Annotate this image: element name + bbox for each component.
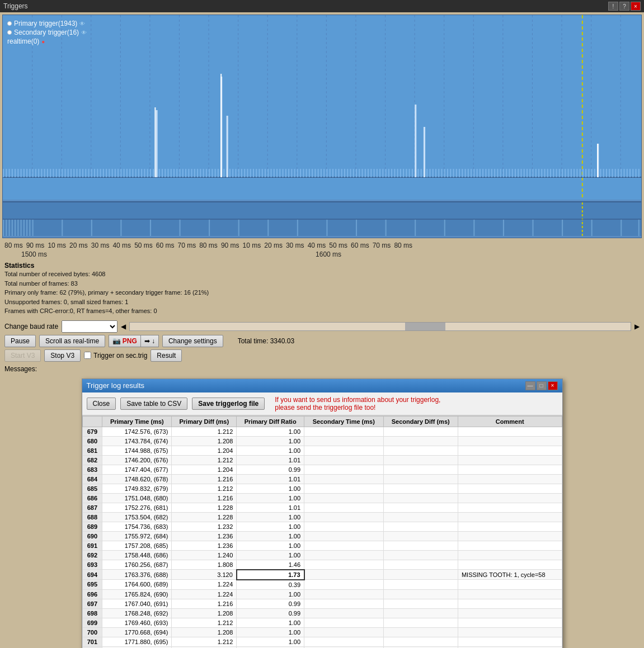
scroll-arrow[interactable]: ◀: [121, 323, 126, 330]
svg-rect-165: [417, 169, 419, 177]
main-close-btn[interactable]: ×: [631, 2, 641, 11]
info-btn[interactable]: ?: [619, 2, 629, 11]
svg-rect-185: [477, 169, 478, 177]
cell-secondary-time: [304, 608, 384, 618]
scroll-realtime-button[interactable]: Scroll as real-time: [39, 335, 105, 347]
svg-rect-29: [17, 169, 18, 177]
main-title-bar: Triggers ! ? ×: [0, 0, 644, 12]
table-row: 6891754.736, (683)1.2321.00: [82, 522, 562, 531]
stats-line-5: Frames with CRC-error:0, RT frames=4, ot…: [4, 306, 640, 316]
svg-rect-163: [412, 169, 413, 177]
cell-secondary-diff: [383, 484, 458, 493]
dialog-maximize-btn[interactable]: □: [537, 381, 547, 390]
cell-secondary-diff: [383, 637, 458, 646]
time-label: 80 ms: [394, 242, 412, 249]
svg-rect-90: [197, 169, 198, 177]
svg-rect-51: [82, 169, 83, 177]
cell-secondary-diff: [383, 465, 458, 474]
cell-primary-time: 1742.576, (673): [102, 427, 172, 436]
svg-rect-272: [356, 219, 357, 236]
svg-rect-184: [473, 169, 474, 177]
svg-rect-206: [538, 169, 539, 177]
svg-rect-281: [621, 219, 622, 236]
trigger-checkbox[interactable]: [84, 352, 91, 359]
change-settings-button[interactable]: Change settings: [162, 335, 223, 347]
eye-icon-realtime[interactable]: ●: [41, 39, 45, 45]
svg-rect-58: [103, 169, 104, 177]
svg-rect-196: [509, 169, 510, 177]
svg-rect-149: [370, 169, 372, 177]
svg-rect-54: [91, 169, 92, 177]
messages-row: Messages:: [4, 364, 640, 374]
svg-rect-257: [21, 219, 22, 236]
cell-comment: [458, 550, 562, 560]
svg-rect-248: [220, 74, 222, 177]
legend-realtime: realtime(0) ●: [7, 37, 87, 45]
cell-comment: [458, 637, 562, 646]
time-label-1500: 1500 ms: [21, 250, 47, 258]
svg-rect-119: [283, 169, 284, 177]
svg-rect-280: [591, 219, 593, 236]
svg-rect-228: [603, 169, 604, 177]
svg-rect-175: [447, 169, 448, 177]
svg-rect-44: [62, 169, 63, 177]
save-arrow-button[interactable]: ➡ ↓: [141, 335, 159, 347]
svg-rect-231: [612, 169, 613, 177]
cell-primary-diff: 1.216: [172, 493, 237, 503]
scrollbar-track[interactable]: [129, 322, 631, 331]
save-triggerlog-button[interactable]: Save triggerlog file: [192, 398, 265, 410]
save-csv-button[interactable]: Save table to CSV: [120, 398, 187, 410]
cell-comment: [458, 436, 562, 446]
cell-id: 685: [82, 484, 102, 493]
close-button[interactable]: Close: [87, 398, 116, 410]
eye-icon-secondary[interactable]: 👁: [81, 30, 87, 36]
png-label: PNG: [123, 337, 137, 345]
cell-id: 684: [82, 474, 102, 484]
svg-rect-136: [332, 169, 333, 177]
cell-secondary-time: [304, 560, 384, 570]
svg-rect-211: [553, 169, 554, 177]
cell-primary-diff: 1.212: [172, 618, 237, 627]
result-button[interactable]: Result: [151, 349, 182, 362]
cell-secondary-diff: [383, 493, 458, 503]
start-v3-button[interactable]: Start V3: [4, 349, 41, 362]
col-secondary-time: Secondary Time (ms): [304, 416, 384, 427]
svg-rect-37: [41, 169, 42, 177]
cell-id: 687: [82, 503, 102, 512]
table-row: 6871752.276, (681)1.2281.01: [82, 503, 562, 512]
svg-rect-33: [29, 169, 30, 177]
svg-rect-96: [215, 169, 216, 177]
messages-label: Messages:: [4, 365, 37, 373]
dialog-minimize-btn[interactable]: —: [525, 381, 535, 390]
time-label: 20 ms: [264, 242, 283, 249]
save-png-button[interactable]: 📷 PNG: [109, 335, 141, 347]
dialog-close-btn[interactable]: ×: [548, 381, 558, 390]
svg-rect-210: [550, 169, 551, 177]
cell-primary-ratio: 1.73: [237, 570, 304, 580]
svg-rect-35: [35, 169, 36, 177]
scroll-arrow-right[interactable]: ▶: [634, 323, 640, 330]
svg-rect-199: [518, 169, 519, 177]
svg-rect-123: [294, 169, 295, 177]
svg-rect-198: [515, 169, 516, 177]
stop-v3-button[interactable]: Stop V3: [44, 349, 81, 362]
cell-primary-diff: 1.204: [172, 465, 237, 474]
baud-select[interactable]: [62, 320, 117, 333]
svg-rect-154: [386, 169, 387, 177]
svg-rect-110: [256, 169, 257, 177]
svg-rect-72: [144, 169, 145, 177]
svg-rect-233: [618, 169, 619, 177]
pause-button[interactable]: Pause: [4, 335, 36, 347]
help-btn[interactable]: !: [608, 2, 618, 11]
eye-icon-primary[interactable]: 👁: [79, 21, 85, 27]
table-container[interactable]: Primary Time (ms) Primary Diff (ms) Prim…: [82, 415, 562, 649]
svg-rect-235: [623, 169, 624, 177]
svg-rect-102: [232, 169, 233, 177]
col-id: [82, 416, 102, 427]
svg-rect-56: [97, 169, 98, 177]
svg-rect-31: [23, 169, 25, 177]
cell-comment: MISSING TOOTH: 1, cycle=58: [458, 570, 562, 580]
svg-rect-147: [365, 169, 366, 177]
svg-rect-249: [597, 144, 598, 177]
cell-id: 688: [82, 512, 102, 522]
